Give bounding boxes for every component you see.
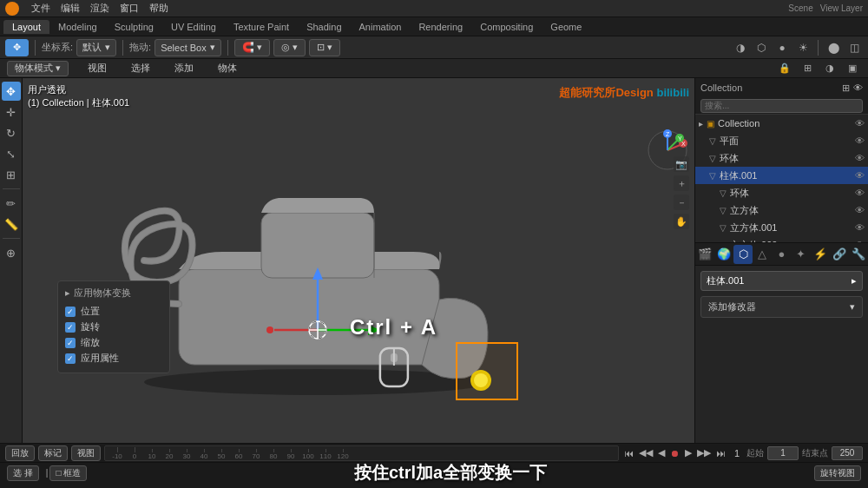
pan-icon[interactable]: ✋ bbox=[674, 214, 689, 229]
outliner-eye-cube[interactable]: 👁 bbox=[855, 205, 865, 215]
outliner-item-collection[interactable]: ▸ ▣ Collection 👁 bbox=[695, 115, 868, 132]
props-tab-scene[interactable]: 🎬 bbox=[695, 245, 714, 264]
props-tab-material[interactable]: ● bbox=[772, 245, 791, 264]
outliner-item-torus2[interactable]: ▽ 环体 👁 bbox=[695, 184, 868, 201]
apply-properties-checkbox[interactable]: ✓ bbox=[65, 353, 76, 364]
play-btn[interactable]: ▶ bbox=[683, 445, 694, 460]
viewport-filter-icon[interactable]: ⊞ bbox=[799, 60, 816, 77]
menu-help[interactable]: 帮助 bbox=[144, 2, 174, 15]
viewport-overlay-icon[interactable]: ⬤ bbox=[825, 39, 842, 56]
outliner-eye-collection[interactable]: 👁 bbox=[855, 118, 865, 129]
start-frame-input[interactable] bbox=[767, 446, 799, 460]
menu-render[interactable]: 渲染 bbox=[85, 2, 115, 15]
outliner-filter-icon[interactable]: ⊞ bbox=[842, 82, 850, 94]
tab-sculpting[interactable]: Sculpting bbox=[106, 20, 162, 34]
outliner-eye-header-icon[interactable]: 👁 bbox=[853, 82, 863, 94]
props-tab-physics[interactable]: ⚡ bbox=[811, 245, 830, 264]
step-forward-btn[interactable]: ▶▶ bbox=[695, 445, 713, 460]
transform-dropdown[interactable]: Select Box ▾ bbox=[155, 39, 221, 56]
object-name-field[interactable]: 柱体.001 ▸ bbox=[700, 271, 863, 291]
object-mode-dropdown[interactable]: 物体模式 ▾ bbox=[7, 61, 69, 76]
step-back-btn[interactable]: ◀ bbox=[656, 445, 667, 460]
apply-scale-checkbox[interactable]: ✓ bbox=[65, 338, 76, 348]
add-modifier-btn[interactable]: 添加修改器 ▾ bbox=[700, 296, 863, 318]
xray-toggle-icon[interactable]: ◫ bbox=[845, 39, 863, 56]
rotate-view-btn[interactable]: 旋转视图 bbox=[814, 465, 861, 481]
outliner-item-cube002[interactable]: ▽ 立方体.002 👁 bbox=[695, 236, 868, 243]
tab-rendering[interactable]: Rendering bbox=[410, 20, 471, 34]
props-tab-world[interactable]: 🌍 bbox=[714, 245, 733, 264]
apply-properties-item[interactable]: ✓ 应用属性 bbox=[65, 352, 162, 365]
props-tab-particles[interactable]: ✦ bbox=[792, 245, 811, 264]
outliner-eye-cube001[interactable]: 👁 bbox=[855, 222, 865, 233]
outliner-item-plane[interactable]: ▽ 平面 👁 bbox=[695, 132, 868, 149]
shading-material-icon[interactable]: ● bbox=[773, 39, 791, 56]
coord-dropdown[interactable]: 默认 ▾ bbox=[76, 39, 116, 56]
apply-location-checkbox[interactable]: ✓ bbox=[65, 307, 76, 317]
camera-view-icon[interactable]: 📷 bbox=[674, 156, 689, 172]
outliner-search-input[interactable] bbox=[700, 99, 863, 113]
tab-modeling[interactable]: Modeling bbox=[49, 20, 106, 34]
apply-location-item[interactable]: ✓ 位置 bbox=[65, 305, 162, 318]
shading-rendered-icon[interactable]: ☀ bbox=[794, 39, 812, 56]
tab-shading[interactable]: Shading bbox=[298, 20, 350, 34]
jump-back-btn[interactable]: ◀◀ bbox=[637, 445, 654, 460]
scene-selector[interactable]: Scene bbox=[788, 3, 812, 13]
header-view-btn[interactable]: 视图 bbox=[82, 62, 112, 75]
outliner-eye-torus2[interactable]: 👁 bbox=[855, 188, 865, 198]
header-object-btn[interactable]: 物体 bbox=[213, 62, 242, 75]
outliner-item-cube[interactable]: ▽ 立方体 👁 bbox=[695, 201, 868, 219]
tool-annotate[interactable]: ✏ bbox=[2, 194, 21, 213]
header-select-btn[interactable]: 选择 bbox=[126, 62, 155, 75]
tool-add[interactable]: ⊕ bbox=[2, 243, 21, 262]
viewport-lock-icon[interactable]: 🔒 bbox=[776, 60, 793, 77]
record-btn[interactable]: ⏺ bbox=[668, 446, 681, 460]
menu-edit[interactable]: 编辑 bbox=[56, 2, 85, 15]
viewport-xray-header-icon[interactable]: ▣ bbox=[844, 60, 861, 77]
timeline-view-btn[interactable]: 视图 bbox=[71, 445, 101, 461]
zoom-in-icon[interactable]: ＋ bbox=[674, 175, 689, 191]
tool-move[interactable]: ✛ bbox=[2, 102, 21, 122]
props-tab-modifiers[interactable]: 🔧 bbox=[849, 245, 868, 264]
outliner-item-torus[interactable]: ▽ 环体 👁 bbox=[695, 149, 868, 167]
tab-texture-paint[interactable]: Texture Paint bbox=[225, 20, 298, 34]
tool-measure[interactable]: 📏 bbox=[2, 214, 21, 234]
tool-scale[interactable]: ⤡ bbox=[2, 144, 21, 163]
shading-solid-icon[interactable]: ◑ bbox=[732, 39, 749, 56]
tab-uv-editing[interactable]: UV Editing bbox=[162, 20, 225, 34]
viewport-overlay-header-icon[interactable]: ◑ bbox=[821, 60, 838, 77]
tab-animation[interactable]: Animation bbox=[351, 20, 411, 34]
outliner-item-cube001[interactable]: ▽ 立方体.001 👁 bbox=[695, 219, 868, 236]
outliner-item-cylinder[interactable]: ▽ 柱体.001 👁 bbox=[695, 167, 868, 184]
apply-rotation-checkbox[interactable]: ✓ bbox=[65, 322, 76, 333]
menu-file[interactable]: 文件 bbox=[26, 2, 56, 15]
tool-rotate[interactable]: ↻ bbox=[2, 123, 21, 142]
transform-mode-btn[interactable]: ✥ bbox=[5, 39, 29, 56]
collapse-icon[interactable]: ▸ bbox=[65, 287, 70, 299]
blender-logo-icon[interactable] bbox=[5, 2, 19, 16]
shading-wireframe-icon[interactable]: ⬡ bbox=[753, 39, 770, 56]
skip-start-btn[interactable]: ⏮ bbox=[622, 446, 635, 460]
props-tab-constraints[interactable]: 🔗 bbox=[830, 245, 849, 264]
box-select-btn[interactable]: □ 框造 bbox=[49, 465, 87, 481]
apply-rotation-item[interactable]: ✓ 旋转 bbox=[65, 320, 162, 333]
timeline-markers-btn[interactable]: 标记 bbox=[38, 445, 68, 461]
outliner-eye-plane[interactable]: 👁 bbox=[855, 135, 865, 146]
outliner-eye-torus[interactable]: 👁 bbox=[855, 153, 865, 163]
tab-layout[interactable]: Layout bbox=[3, 20, 49, 34]
proportional-btn[interactable]: ◎ ▾ bbox=[273, 39, 306, 56]
skip-end-btn[interactable]: ⏭ bbox=[714, 446, 727, 460]
menu-window[interactable]: 窗口 bbox=[115, 2, 144, 15]
tab-geometry[interactable]: Geome bbox=[542, 20, 590, 34]
tool-cursor[interactable]: ✥ bbox=[2, 82, 21, 101]
select-btn-bottom[interactable]: 选 择 bbox=[7, 465, 39, 481]
timeline-ruler[interactable]: -10 0 10 20 30 40 50 60 70 80 90 100 110… bbox=[104, 445, 619, 461]
mirror-btn[interactable]: ⊡ ▾ bbox=[309, 39, 340, 56]
apply-scale-item[interactable]: ✓ 缩放 bbox=[65, 336, 162, 349]
tab-compositing[interactable]: Compositing bbox=[471, 20, 542, 34]
outliner-eye-cylinder[interactable]: 👁 bbox=[855, 170, 865, 181]
snap-toggle-btn[interactable]: 🧲 ▾ bbox=[234, 39, 270, 56]
view-layer-selector[interactable]: View Layer bbox=[820, 3, 863, 13]
zoom-out-icon[interactable]: － bbox=[674, 195, 689, 210]
3d-viewport[interactable]: 用户透视 (1) Collection | 柱体.001 bbox=[23, 78, 694, 443]
